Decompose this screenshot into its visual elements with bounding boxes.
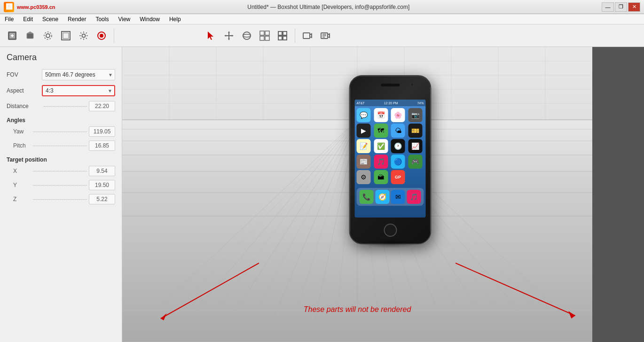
- add-scene-button[interactable]: [4, 27, 21, 44]
- svg-point-20: [243, 32, 251, 39]
- pitch-value[interactable]: 16.85: [89, 140, 115, 151]
- menu-scene[interactable]: Scene: [38, 14, 63, 24]
- dock-music: 🎵: [407, 190, 421, 204]
- left-panel: Camera FOV 50mm 46.7 degrees ▼ Aspect 4:…: [0, 47, 122, 342]
- phone-body: AT&T 12:20 PM 74% 💬 📅 🌸 📷 ▶ 🗺: [349, 75, 432, 244]
- svg-point-10: [82, 34, 86, 37]
- app-weather: 🌤: [391, 124, 405, 138]
- menu-render[interactable]: Render: [63, 14, 91, 24]
- app-appstore: 🔵: [391, 155, 405, 169]
- phone-speaker: [381, 84, 400, 86]
- app-messages: 💬: [357, 108, 371, 122]
- carrier-text: AT&T: [357, 101, 365, 105]
- titlebar: 🅱 www.pc0359.cn Untitled* — Boxshot Ulti…: [0, 0, 644, 14]
- pitch-dotted-line: [33, 146, 87, 146]
- frame-button[interactable]: [57, 27, 74, 44]
- pitch-label: Pitch: [13, 142, 31, 149]
- main-area: Camera FOV 50mm 46.7 degrees ▼ Aspect 4:…: [0, 47, 644, 342]
- distance-dotted-line: [44, 106, 87, 107]
- window-controls: — ❐ ✕: [602, 2, 640, 12]
- app-grid: 💬 📅 🌸 📷 ▶ 🗺 🌤 🎫 📝 ✅ 🕐 📈: [355, 106, 426, 186]
- svg-rect-27: [283, 31, 287, 35]
- dock-safari: 🧭: [375, 190, 389, 204]
- window-title: Untitled* — Boxshot Ultimate [Developers…: [55, 4, 602, 10]
- record-button[interactable]: [93, 27, 110, 44]
- svg-rect-28: [278, 36, 282, 40]
- toolbar-separator-1: [114, 29, 114, 43]
- menu-tools[interactable]: Tools: [91, 14, 113, 24]
- z-value[interactable]: 5.22: [89, 194, 115, 204]
- phone-shadow: [362, 239, 418, 248]
- yaw-value[interactable]: 119.05: [89, 126, 115, 137]
- scene-tools-group: [4, 27, 110, 44]
- camera-button[interactable]: [299, 27, 316, 44]
- fov-value: 50mm 46.7 degrees: [45, 71, 95, 78]
- svg-rect-22: [260, 31, 264, 35]
- aspect-row: Aspect 4:3 ▼: [7, 85, 115, 96]
- svg-marker-19: [232, 35, 234, 37]
- svg-marker-36: [328, 34, 330, 38]
- menu-help[interactable]: Help: [165, 14, 186, 24]
- svg-marker-17: [228, 39, 230, 40]
- fov-dropdown-arrow: ▼: [108, 72, 113, 78]
- svg-marker-13: [208, 31, 213, 40]
- svg-rect-24: [260, 36, 264, 40]
- fov-label: FOV: [7, 71, 42, 78]
- add-shape-button[interactable]: [22, 27, 39, 44]
- svg-marker-16: [228, 31, 230, 33]
- camera-tools-group: [299, 27, 334, 44]
- pan-tool-button[interactable]: [220, 27, 237, 44]
- svg-rect-29: [283, 36, 287, 40]
- x-dotted-line: [33, 171, 87, 171]
- menu-window[interactable]: Window: [135, 14, 165, 24]
- app-photos: 🌸: [391, 108, 405, 122]
- menu-file[interactable]: File: [0, 14, 18, 24]
- fov-select[interactable]: 50mm 46.7 degrees ▼: [42, 69, 115, 80]
- toolbar-separator-2: [295, 29, 295, 43]
- phone-screen: AT&T 12:20 PM 74% 💬 📅 🌸 📷 ▶ 🗺: [355, 100, 426, 218]
- app-notes: 📝: [357, 139, 371, 153]
- viewport[interactable]: AT&T 12:20 PM 74% 💬 📅 🌸 📷 ▶ 🗺: [122, 47, 592, 342]
- zoom-tool-button[interactable]: [256, 27, 273, 44]
- render-settings-button[interactable]: [317, 27, 334, 44]
- app-gamecenter: 🎮: [408, 155, 422, 169]
- app-calendar: 📅: [374, 108, 388, 122]
- phone-camera: [410, 83, 414, 86]
- angles-title: Angles: [7, 117, 115, 124]
- y-row: Y 19.50: [7, 180, 115, 190]
- close-button[interactable]: ✕: [628, 2, 640, 12]
- app-newsstand: 📰: [357, 155, 371, 169]
- svg-point-21: [243, 34, 251, 37]
- x-value[interactable]: 9.54: [89, 166, 115, 176]
- menu-edit[interactable]: Edit: [18, 14, 38, 24]
- app-stocks: 📈: [408, 139, 422, 153]
- fit-tool-button[interactable]: [274, 27, 291, 44]
- phone-3d-model: AT&T 12:20 PM 74% 💬 📅 🌸 📷 ▶ 🗺: [349, 75, 432, 244]
- toolbar: [0, 24, 644, 47]
- distance-value[interactable]: 22.20: [89, 101, 115, 111]
- watermark-text: www.pc0359.cn: [17, 4, 55, 10]
- orbit-tool-button[interactable]: [238, 27, 255, 44]
- svg-rect-26: [278, 31, 282, 35]
- dock-phone: 📞: [359, 190, 373, 204]
- y-value[interactable]: 19.50: [89, 180, 115, 190]
- svg-rect-9: [63, 33, 69, 39]
- y-dotted-line: [33, 185, 87, 186]
- select-tool-button[interactable]: [203, 27, 220, 44]
- right-panel: [592, 47, 644, 342]
- aspect-value: 4:3: [46, 87, 54, 94]
- app-maps2: 🏔: [374, 170, 388, 184]
- svg-rect-4: [27, 33, 33, 39]
- menu-view[interactable]: View: [113, 14, 135, 24]
- aspect-select[interactable]: 4:3 ▼: [42, 85, 115, 96]
- restore-button[interactable]: ❐: [615, 2, 627, 12]
- app-reminders: ✅: [374, 139, 388, 153]
- y-label: Y: [13, 182, 31, 188]
- app-clock: 🕐: [391, 139, 405, 153]
- z-label: Z: [13, 196, 31, 202]
- settings-button[interactable]: [39, 27, 56, 44]
- minimize-button[interactable]: —: [602, 2, 614, 12]
- gear-button[interactable]: [75, 27, 92, 44]
- time-text: 12:20 PM: [384, 101, 398, 105]
- app-passbook: 🎫: [408, 124, 422, 138]
